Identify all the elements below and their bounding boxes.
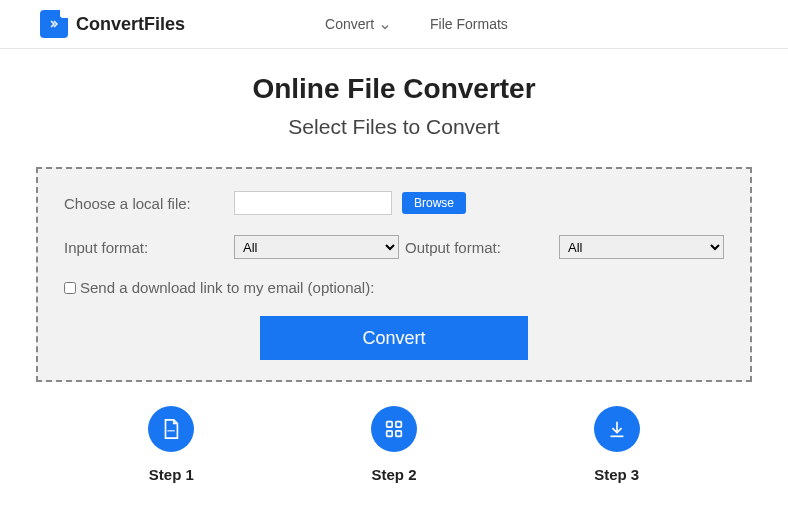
format-row: Input format: All Output format: All — [64, 235, 724, 259]
header: ConvertFiles Convert File Formats — [0, 0, 788, 49]
brand-name: ConvertFiles — [76, 14, 185, 35]
convert-button[interactable]: Convert — [260, 316, 528, 360]
output-format-select[interactable]: All — [559, 235, 724, 259]
step-3: Step 3 — [594, 406, 640, 483]
page-subtitle: Select Files to Convert — [0, 115, 788, 139]
svg-rect-2 — [387, 431, 393, 437]
step-2-label: Step 2 — [371, 466, 416, 483]
svg-rect-3 — [396, 431, 402, 437]
nav: Convert File Formats — [325, 16, 508, 32]
nav-convert[interactable]: Convert — [325, 16, 390, 32]
output-format-label: Output format: — [405, 239, 501, 256]
file-row: Choose a local file: Browse — [64, 191, 724, 215]
logo-icon — [40, 10, 68, 38]
nav-file-formats[interactable]: File Formats — [430, 16, 508, 32]
logo[interactable]: ConvertFiles — [40, 10, 185, 38]
svg-rect-0 — [387, 422, 393, 428]
step-1-label: Step 1 — [149, 466, 194, 483]
input-format-label: Input format: — [64, 239, 234, 256]
step-3-label: Step 3 — [594, 466, 639, 483]
grid-icon — [371, 406, 417, 452]
file-input[interactable] — [234, 191, 392, 215]
email-checkbox-label: Send a download link to my email (option… — [80, 279, 374, 296]
svg-rect-1 — [396, 422, 402, 428]
download-icon — [594, 406, 640, 452]
nav-convert-label: Convert — [325, 16, 374, 32]
hero: Online File Converter Select Files to Co… — [0, 49, 788, 153]
choose-file-label: Choose a local file: — [64, 195, 234, 212]
upload-panel: Choose a local file: Browse Input format… — [36, 167, 752, 382]
input-format-select[interactable]: All — [234, 235, 399, 259]
step-2: Step 2 — [371, 406, 417, 483]
email-row: Send a download link to my email (option… — [64, 279, 724, 296]
step-1: Step 1 — [148, 406, 194, 483]
nav-formats-label: File Formats — [430, 16, 508, 32]
steps-row: Step 1 Step 2 Step 3 — [60, 406, 728, 483]
chevron-down-icon — [380, 19, 390, 29]
browse-button[interactable]: Browse — [402, 192, 466, 214]
page-title: Online File Converter — [0, 73, 788, 105]
email-checkbox[interactable] — [64, 282, 76, 294]
file-icon — [148, 406, 194, 452]
